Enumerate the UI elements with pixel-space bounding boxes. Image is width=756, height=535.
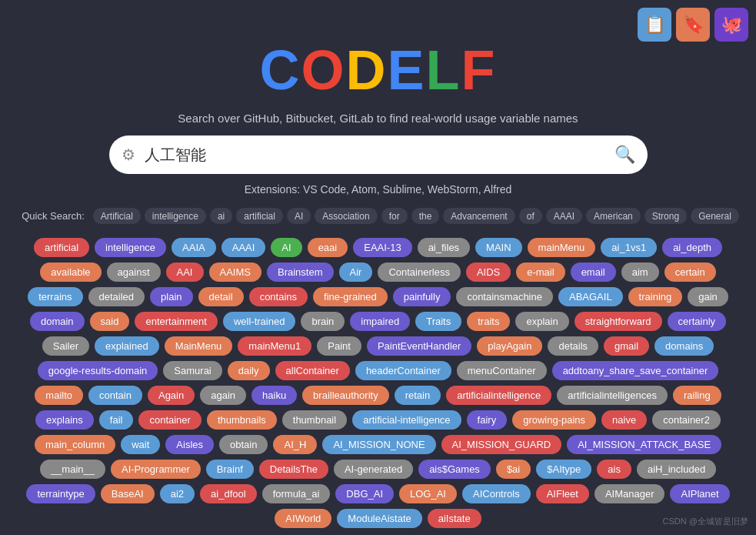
tag-item[interactable]: details (548, 336, 598, 356)
tag-item[interactable]: Paint (317, 336, 361, 356)
tag-item[interactable]: Samurai (163, 361, 221, 380)
tag-item[interactable]: __main__ (40, 460, 105, 479)
tag-item[interactable]: ai_depth (662, 238, 722, 257)
tag-item[interactable]: ai_1vs1 (601, 238, 657, 257)
tag-item[interactable]: explains (35, 410, 94, 430)
tag-item[interactable]: traits (467, 312, 510, 331)
tag-item[interactable]: contains (249, 287, 308, 306)
tag-item[interactable]: Air (339, 262, 373, 282)
quick-tag[interactable]: for (381, 208, 408, 224)
tag-item[interactable]: Traits (415, 312, 461, 331)
tag-item[interactable]: AI_H (273, 435, 317, 454)
tag-item[interactable]: against (107, 262, 161, 282)
tag-item[interactable]: detail (198, 287, 244, 306)
search-go-icon[interactable]: 🔍 (614, 145, 635, 165)
tag-item[interactable]: Containerless (378, 262, 461, 282)
tag-item[interactable]: gmail (604, 336, 649, 356)
quick-tag[interactable]: of (519, 208, 542, 224)
tag-item[interactable]: intelligence (95, 238, 166, 257)
tag-item[interactable]: brain (301, 312, 345, 331)
filter-icon[interactable]: ⚙ (122, 145, 135, 164)
tag-item[interactable]: allContainer (275, 361, 350, 380)
tag-item[interactable]: retain (395, 386, 441, 405)
tag-item[interactable]: Again (148, 386, 195, 405)
quick-tag[interactable]: the (411, 208, 440, 224)
tag-item[interactable]: google-results-domain (38, 361, 158, 380)
tag-item[interactable]: domain (30, 312, 85, 331)
tag-item[interactable]: menuContainer (457, 361, 547, 380)
tag-item[interactable]: fail (99, 410, 134, 430)
tag-item[interactable]: MAIN (475, 238, 522, 257)
tag-item[interactable]: said (90, 312, 130, 331)
tag-item[interactable]: email (571, 262, 616, 282)
tag-item[interactable]: growing-pains (512, 410, 596, 430)
tag-item[interactable]: terraintype (26, 484, 95, 503)
quick-tag[interactable]: AAAI (546, 208, 582, 224)
tag-item[interactable]: painfully (393, 287, 451, 306)
quick-tag[interactable]: General (691, 208, 739, 224)
tag-item[interactable]: AIWorld (275, 509, 331, 528)
tag-item[interactable]: artificialintelligence (446, 386, 551, 405)
tag-item[interactable]: BaseAI (101, 484, 155, 503)
tag-item[interactable]: training (628, 287, 683, 306)
search-input[interactable] (145, 146, 614, 164)
tag-item[interactable]: explained (95, 336, 159, 356)
tag-item[interactable]: main_column (35, 435, 115, 454)
tag-item[interactable]: AI_MISSION_GUARD (441, 435, 562, 454)
tag-item[interactable]: DetailsThe (259, 460, 328, 479)
quick-tag[interactable]: Advancement (443, 208, 515, 224)
tag-item[interactable]: again (200, 386, 246, 405)
tag-item[interactable]: detailed (88, 287, 145, 306)
tag-item[interactable]: contain (88, 386, 142, 405)
tag-item[interactable]: brailleauthority (302, 386, 389, 405)
tag-item[interactable]: AI_MISSION_NONE (322, 435, 435, 454)
tag-item[interactable]: formula_ai (262, 484, 331, 503)
quick-tag[interactable]: Association (315, 208, 377, 224)
tag-item[interactable]: $ai (496, 460, 531, 479)
tag-item[interactable]: artificialintelligences (557, 386, 668, 405)
tag-item[interactable]: ai_dfool (200, 484, 257, 503)
tag-item[interactable]: AAIMS (209, 262, 261, 282)
tag-item[interactable]: railing (673, 386, 721, 405)
tag-item[interactable]: Sailer (42, 336, 89, 356)
tag-item[interactable]: fine-grained (313, 287, 388, 306)
tag-item[interactable]: certainly (668, 312, 726, 331)
tag-item[interactable]: aim (621, 262, 659, 282)
tag-item[interactable]: AAIA (172, 238, 216, 257)
quick-tag[interactable]: American (586, 208, 641, 224)
tag-item[interactable]: entertainment (135, 312, 218, 331)
tag-item[interactable]: artificial (34, 238, 89, 257)
tag-item[interactable]: domains (654, 336, 714, 356)
tag-item[interactable]: eaai (308, 238, 348, 257)
tag-item[interactable]: EAAI-13 (353, 238, 411, 257)
tag-item[interactable]: Brainstem (267, 262, 334, 282)
tag-item[interactable]: aiH_included (637, 460, 716, 479)
tag-item[interactable]: straightforward (574, 312, 662, 331)
clipboard-button[interactable]: 📋 (638, 8, 671, 42)
tag-item[interactable]: plain (150, 287, 192, 306)
tag-item[interactable]: $AItype (536, 460, 591, 479)
tag-item[interactable]: container (138, 410, 201, 430)
quick-tag[interactable]: artificial (236, 208, 283, 224)
tag-item[interactable]: haiku (251, 386, 297, 405)
tag-item[interactable]: ais$Games (418, 460, 491, 479)
tag-item[interactable]: e-mail (516, 262, 565, 282)
quick-tag[interactable]: intelligence (145, 208, 206, 224)
tag-item[interactable]: Brainf (206, 460, 254, 479)
tag-item[interactable]: AI_MISSION_ATTACK_BASE (567, 435, 721, 454)
tag-item[interactable]: ais (597, 460, 631, 479)
quick-tag[interactable]: Strong (644, 208, 687, 224)
tag-item[interactable]: available (40, 262, 101, 282)
tag-item[interactable]: containsmachine (456, 287, 553, 306)
tag-item[interactable]: headerContainer (355, 361, 451, 380)
quick-tag[interactable]: AI (287, 208, 311, 224)
tag-item[interactable]: fairy (467, 410, 508, 430)
tag-item[interactable]: gain (688, 287, 728, 306)
tag-item[interactable]: ModuleAistate (337, 509, 421, 528)
tag-item[interactable]: Aisles (165, 435, 214, 454)
tag-item[interactable]: PaintEventHandler (367, 336, 471, 356)
tag-item[interactable]: naive (601, 410, 647, 430)
tag-item[interactable]: ABAGAIL (558, 287, 623, 306)
tag-item[interactable]: LOG_AI (399, 484, 457, 503)
tag-item[interactable]: playAgain (477, 336, 542, 356)
